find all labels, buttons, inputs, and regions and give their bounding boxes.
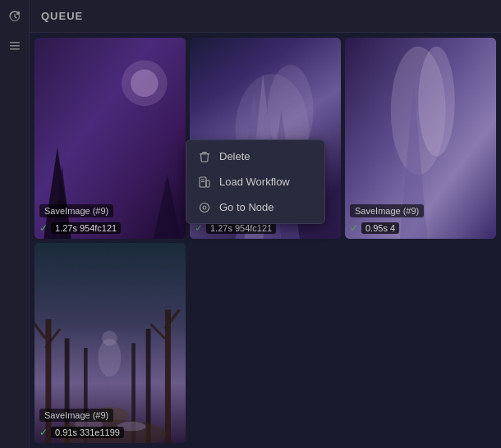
delete-icon [198, 151, 211, 162]
go-to-node-label: Go to Node [219, 201, 274, 213]
svg-rect-3 [10, 48, 20, 50]
delete-menu-item[interactable]: Delete [186, 144, 324, 169]
sidebar [0, 0, 30, 448]
item-1-status: ✓ 1.27s 954fc121 [39, 222, 121, 234]
item-3-status-text: 0.95s 4 [361, 222, 399, 234]
context-menu: Delete Load Workflow [186, 139, 325, 224]
svg-point-19 [418, 47, 455, 157]
queue-nav-icon[interactable] [3, 5, 26, 28]
svg-rect-39 [202, 152, 207, 153]
item-1-status-text: 1.27s 954fc121 [51, 222, 121, 234]
delete-label: Delete [219, 150, 250, 162]
list-nav-icon[interactable] [3, 34, 26, 57]
queue-item-4[interactable]: SaveImage (#9) ✓ 0.91s 331e1199 [34, 243, 186, 444]
load-workflow-menu-item[interactable]: Load Workflow [186, 169, 324, 194]
load-workflow-icon [198, 176, 211, 188]
svg-rect-41 [206, 181, 209, 187]
svg-point-34 [102, 331, 117, 346]
svg-point-6 [131, 70, 158, 97]
main-area: QUEUE [30, 0, 501, 448]
go-to-node-icon [198, 202, 211, 213]
svg-point-45 [203, 206, 206, 209]
svg-rect-24 [165, 309, 171, 443]
load-workflow-label: Load Workflow [219, 176, 290, 188]
item-3-status: ✓ 0.95s 4 [350, 222, 399, 234]
svg-point-44 [200, 203, 209, 212]
svg-rect-23 [45, 319, 51, 443]
item-1-label: SaveImage (#9) [39, 204, 113, 217]
queue-header: QUEUE [30, 0, 501, 33]
item-4-status-text: 0.91s 331e1199 [51, 427, 124, 438]
empty-cell-6 [345, 243, 496, 444]
go-to-node-menu-item[interactable]: Go to Node [186, 194, 324, 220]
empty-cell-5 [190, 243, 341, 444]
queue-grid: SaveImage (#9) ✓ 1.27s 954fc121 [30, 33, 501, 448]
svg-rect-2 [10, 45, 20, 47]
item-4-check-icon: ✓ [39, 427, 48, 438]
item-3-check-icon: ✓ [350, 222, 358, 234]
item-4-status: ✓ 0.91s 331e1199 [39, 427, 124, 438]
header-title: QUEUE [41, 10, 83, 22]
queue-item-3[interactable]: SaveImage (#9) ✓ 0.95s 4 [345, 38, 496, 239]
item-4-label: SaveImage (#9) [39, 409, 113, 422]
item-3-label: SaveImage (#9) [350, 204, 424, 217]
svg-rect-1 [10, 42, 20, 43]
queue-item-1[interactable]: SaveImage (#9) ✓ 1.27s 954fc121 [34, 38, 186, 239]
item-1-check-icon: ✓ [39, 222, 48, 234]
